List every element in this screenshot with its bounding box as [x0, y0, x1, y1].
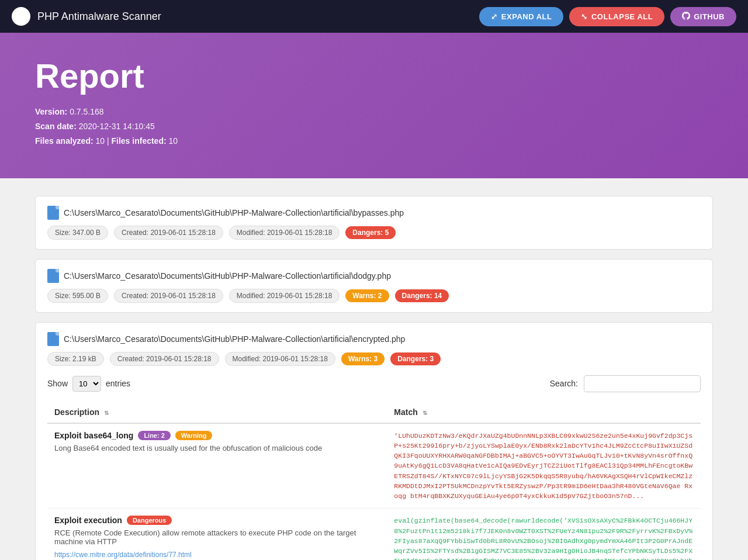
app-header: PHP Antimalware Scanner ⤢ EXPAND ALL ⤡ C…: [0, 0, 748, 33]
app-title: PHP Antimalware Scanner: [37, 11, 472, 23]
show-label: Show: [47, 379, 68, 388]
table-row: Exploit executionDangerousRCE (Remote Co…: [47, 509, 701, 560]
scan-date-line: Scan date: 2020-12-31 14:10:45: [35, 119, 713, 134]
show-entries: Show 10 25 50 entries: [47, 376, 130, 392]
exploit-title-1: Exploit executionDangerous: [54, 516, 380, 525]
file-created-1: Created: 2019-06-01 15:28:18: [114, 289, 223, 303]
exploit-link-1[interactable]: https://cwe.mitre.org/data/definitions/7…: [54, 551, 380, 559]
collapse-icon: ⤡: [581, 12, 588, 21]
file-meta-0: Size: 347.00 B Created: 2019-06-01 15:28…: [47, 226, 701, 240]
file-path-0: C:\Users\Marco_Cesarato\Documents\GitHub…: [64, 208, 404, 217]
table-controls: Show 10 25 50 entries Search:: [47, 375, 701, 392]
file-size-0: Size: 347.00 B: [47, 226, 108, 240]
file-header-1: C:\Users\Marco_Cesarato\Documents\GitHub…: [47, 269, 701, 283]
exploit-table: Description ⇅ Match ⇅ Exploit base64_lon…: [47, 402, 701, 560]
search-label: Search:: [550, 379, 578, 388]
file-warns-1: Warns: 2: [345, 289, 389, 302]
line-badge-0: Line: 2: [138, 431, 170, 440]
row-match-0: 'LUhUDuzKDTzNw3/eKQdrJXaUZg4bUDnnNNLp3XB…: [387, 423, 701, 509]
table-row: Exploit base64_longLine: 2WarningLong Ba…: [47, 423, 701, 509]
match-code-0: 'LUhUDuzKDTzNw3/eKQdrJXaUZg4bUDnnNNLp3XB…: [394, 431, 694, 502]
main-content: C:\Users\Marco_Cesarato\Documents\GitHub…: [0, 178, 748, 560]
expand-icon: ⤢: [491, 12, 498, 21]
file-meta-1: Size: 595.00 B Created: 2019-06-01 15:28…: [47, 289, 701, 303]
match-code-1: eval(gzinflate(base64_decode(rawurldecod…: [394, 516, 694, 560]
report-meta: Version: 0.7.5.168 Scan date: 2020-12-31…: [35, 105, 713, 149]
files-line: Files analyzed: 10 | Files infected: 10: [35, 134, 713, 148]
file-modified-1: Modified: 2019-06-01 15:28:18: [229, 289, 340, 303]
file-warns-2: Warns: 3: [341, 352, 385, 365]
exploit-desc-0: Long Base64 encoded text is usually used…: [54, 444, 380, 452]
header-buttons: ⤢ EXPAND ALL ⤡ COLLAPSE ALL GITHUB: [479, 7, 736, 26]
file-header-2: C:\Users\Marco_Cesarato\Documents\GitHub…: [47, 332, 701, 346]
search-section: Search:: [550, 375, 701, 392]
report-title: Report: [35, 56, 713, 95]
version-line: Version: 0.7.5.168: [35, 105, 713, 119]
report-banner: Report Version: 0.7.5.168 Scan date: 202…: [0, 33, 748, 178]
file-card-0: C:\Users\Marco_Cesarato\Documents\GitHub…: [35, 196, 713, 250]
file-created-0: Created: 2019-06-01 15:28:18: [114, 226, 223, 240]
sort-match-icon: ⇅: [423, 410, 427, 416]
row-desc-1: Exploit executionDangerousRCE (Remote Co…: [47, 509, 387, 560]
row-match-1: eval(gzinflate(base64_decode(rawurldecod…: [387, 509, 701, 560]
file-meta-2: Size: 2.19 kB Created: 2019-06-01 15:28:…: [47, 352, 701, 366]
file-created-2: Created: 2019-06-01 15:28:18: [110, 352, 219, 366]
collapse-all-button[interactable]: ⤡ COLLAPSE ALL: [569, 7, 664, 26]
entries-select[interactable]: 10 25 50: [72, 376, 101, 392]
severity-badge-1: Dangerous: [127, 516, 172, 525]
file-size-2: Size: 2.19 kB: [47, 352, 104, 366]
github-icon: [682, 12, 690, 22]
file-path-1: C:\Users\Marco_Cesarato\Documents\GitHub…: [64, 271, 391, 281]
file-modified-0: Modified: 2019-06-01 15:28:18: [229, 226, 340, 240]
github-button[interactable]: GITHUB: [670, 7, 736, 26]
entries-label: entries: [106, 379, 130, 388]
exploit-desc-1: RCE (Remote Code Execution) allow remote…: [54, 528, 380, 546]
file-icon-0: [47, 206, 59, 220]
exploit-title-0: Exploit base64_longLine: 2Warning: [54, 431, 380, 440]
col-description[interactable]: Description ⇅: [47, 402, 387, 423]
col-match[interactable]: Match ⇅: [387, 402, 701, 423]
file-icon-2: [47, 332, 59, 346]
severity-badge-0: Warning: [175, 431, 213, 440]
file-size-1: Size: 595.00 B: [47, 289, 108, 303]
file-header-0: C:\Users\Marco_Cesarato\Documents\GitHub…: [47, 206, 701, 220]
file-path-2: C:\Users\Marco_Cesarato\Documents\GitHub…: [64, 334, 405, 344]
file-dangers-1: Dangers: 14: [395, 289, 449, 302]
expand-all-button[interactable]: ⤢ EXPAND ALL: [479, 7, 563, 26]
file-icon-1: [47, 269, 59, 283]
file-card-1: C:\Users\Marco_Cesarato\Documents\GitHub…: [35, 259, 713, 313]
sort-desc-icon: ⇅: [104, 410, 109, 416]
file-dangers-2: Dangers: 3: [390, 352, 441, 365]
file-card-2: C:\Users\Marco_Cesarato\Documents\GitHub…: [35, 322, 713, 560]
file-dangers-0: Dangers: 5: [345, 226, 396, 239]
search-input[interactable]: [584, 375, 701, 392]
row-desc-0: Exploit base64_longLine: 2WarningLong Ba…: [47, 423, 387, 509]
exploit-links-1: https://cwe.mitre.org/data/definitions/7…: [54, 551, 380, 560]
file-modified-2: Modified: 2019-06-01 15:28:18: [225, 352, 335, 366]
app-logo: [12, 7, 30, 26]
